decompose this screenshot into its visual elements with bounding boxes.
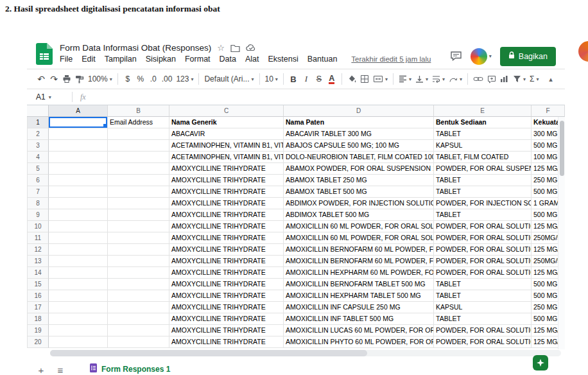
menu-edit[interactable]: Edit [82, 55, 96, 64]
cell-C10[interactable]: AMOXYCILLINE TRIHYDRATE [169, 221, 284, 232]
cell-B19[interactable] [108, 325, 169, 336]
cell-B9[interactable] [108, 209, 169, 221]
cell-A6[interactable] [49, 175, 108, 186]
menu-file[interactable]: File [60, 55, 73, 64]
cell-E15[interactable]: TABLET [434, 279, 532, 290]
cell-C2[interactable]: ABACAVIR [169, 128, 284, 140]
cell-E3[interactable]: KAPSUL [434, 140, 532, 152]
cell-B14[interactable] [108, 267, 169, 279]
cell-B13[interactable] [108, 256, 169, 267]
column-header-F[interactable]: F [532, 105, 565, 117]
row-number-19[interactable]: 19 [27, 325, 49, 336]
horizontal-align-button[interactable] [397, 71, 413, 87]
star-icon[interactable]: ☆ [217, 43, 225, 53]
cell-D3[interactable]: ABAJOS CAPSULE 500 MG; 100 MG [284, 140, 434, 152]
column-header-D[interactable]: D [284, 105, 434, 117]
cell-A2[interactable] [49, 128, 108, 140]
cell-D10[interactable]: AMOXICILLIN 60 ML POWDER, FOR ORAL SOLUT… [284, 221, 434, 232]
row-number-17[interactable]: 17 [27, 302, 49, 313]
cell-A11[interactable] [49, 232, 108, 244]
column-header-B[interactable]: B [108, 105, 169, 117]
menu-alat[interactable]: Alat [245, 55, 259, 64]
select-all-corner[interactable] [27, 105, 49, 117]
cell-C4[interactable]: ACETAMINOPHEN, VITAMIN B1, VITAMIN B [169, 152, 284, 163]
row-number-1[interactable]: 1 [27, 117, 49, 128]
column-header-C[interactable]: C [169, 105, 284, 117]
cell-A19[interactable] [49, 325, 108, 336]
cell-D5[interactable]: ABAMOX POWDER, FOR ORAL SUSPENSION 125 M… [284, 163, 434, 175]
cell-C13[interactable]: AMOXYCILLINE TRIHYDRATE [169, 256, 284, 267]
redo-button[interactable]: ↷ [48, 71, 60, 87]
horizontal-scrollbar[interactable] [50, 350, 561, 356]
cell-E18[interactable]: TABLET [434, 313, 532, 325]
filter-button[interactable] [511, 71, 528, 87]
cell-C7[interactable]: AMOXYCILLINE TRIHYDRATE [169, 186, 284, 198]
merge-cells-button[interactable] [371, 71, 390, 87]
row-number-8[interactable]: 8 [27, 198, 49, 209]
undo-button[interactable]: ↶ [35, 71, 48, 87]
cell-E7[interactable]: TABLET [434, 186, 532, 198]
move-folder-icon[interactable] [230, 44, 240, 52]
account-avatar[interactable]: ▾ [471, 48, 492, 65]
cell-C16[interactable]: AMOXYCILLINE TRIHYDRATE [169, 290, 284, 302]
cell-A7[interactable] [49, 186, 108, 198]
cell-E5[interactable]: POWDER, FOR ORAL SUSPENSION [434, 163, 532, 175]
vertical-scrollbar[interactable] [558, 117, 565, 349]
last-edited-link[interactable]: Terakhir diedit 5 jam lalu [351, 55, 431, 63]
font-select[interactable]: Default (Ari... [202, 71, 255, 87]
insert-comment-button[interactable] [485, 71, 498, 87]
cell-C9[interactable]: AMOXYCILLINE TRIHYDRATE [169, 209, 284, 221]
cell-C19[interactable]: AMOXYCILLINE TRIHYDRATE [169, 325, 284, 336]
cell-D14[interactable]: AMOXICILLIN HEXPHARM 60 ML POWDER, FOR O… [284, 267, 434, 279]
text-rotate-button[interactable] [447, 71, 464, 87]
cell-B18[interactable] [108, 313, 169, 325]
zoom-select[interactable]: 100% [86, 71, 114, 87]
row-number-3[interactable]: 3 [27, 140, 49, 152]
row-number-16[interactable]: 16 [27, 290, 49, 302]
cell-B3[interactable] [108, 140, 169, 152]
cell-D13[interactable]: AMOXICILLIN BERNOFARM 60 ML POWDER, FOR … [284, 256, 434, 267]
row-number-6[interactable]: 6 [27, 175, 49, 186]
cell-D19[interactable]: AMOXICILLIN LUCAS 60 ML POWDER, FOR ORAL… [284, 325, 434, 336]
avatar[interactable] [471, 48, 487, 65]
menu-tampilan[interactable]: Tampilan [105, 55, 137, 64]
cell-C14[interactable]: AMOXYCILLINE TRIHYDRATE [169, 267, 284, 279]
cell-B1[interactable]: Email Address [108, 117, 169, 128]
insert-link-button[interactable] [471, 71, 485, 87]
row-number-5[interactable]: 5 [27, 163, 49, 175]
menu-bantuan[interactable]: Bantuan [307, 55, 338, 64]
sheets-logo-icon[interactable] [36, 43, 53, 69]
print-button[interactable] [60, 71, 73, 87]
browser-profile-avatar[interactable] [578, 41, 588, 62]
cell-B17[interactable] [108, 302, 169, 313]
cell-A13[interactable] [49, 256, 108, 267]
cell-C5[interactable]: AMOXYCILLINE TRIHYDRATE [169, 163, 284, 175]
vertical-align-button[interactable] [413, 71, 430, 87]
cell-E20[interactable]: POWDER, FOR ORAL SOLUTION [434, 336, 532, 348]
cell-E11[interactable]: POWDER, FOR ORAL SOLUTION [434, 232, 532, 244]
column-header-A[interactable]: A [49, 105, 108, 117]
column-header-E[interactable]: E [434, 105, 532, 117]
cell-E8[interactable]: POWDER, FOR INJECTION SOLUTION [434, 198, 532, 209]
cell-A8[interactable] [49, 198, 108, 209]
cell-D16[interactable]: AMOXICILLIN HEXPHARM TABLET 500 MG [284, 290, 434, 302]
cell-D15[interactable]: AMOXICILLIN BERNOFARM TABLET 500 MG [284, 279, 434, 290]
add-sheet-button[interactable]: + [33, 362, 49, 375]
row-number-2[interactable]: 2 [27, 128, 49, 140]
cell-A4[interactable] [49, 152, 108, 163]
cell-A9[interactable] [49, 209, 108, 221]
cell-A12[interactable] [49, 244, 108, 256]
cell-E6[interactable]: TABLET [434, 175, 532, 186]
strikethrough-button[interactable]: S [313, 71, 325, 87]
cell-C8[interactable]: AMOXYCILLINE TRIHYDRATE [169, 198, 284, 209]
cell-E4[interactable]: TABLET, FILM COATED [434, 152, 532, 163]
doc-title[interactable]: Form Data Informasi Obat (Responses) [60, 43, 211, 53]
comment-history-icon[interactable] [450, 51, 462, 62]
cell-C12[interactable]: AMOXYCILLINE TRIHYDRATE [169, 244, 284, 256]
cell-D17[interactable]: AMOXICILLIN INF CAPSULE 250 MG [284, 302, 434, 313]
cell-E13[interactable]: POWDER, FOR ORAL SOLUTION [434, 256, 532, 267]
paint-format-button[interactable] [73, 71, 86, 87]
row-number-10[interactable]: 10 [27, 221, 49, 232]
row-number-12[interactable]: 12 [27, 244, 49, 256]
name-box[interactable]: A1 ▾ [27, 92, 72, 101]
